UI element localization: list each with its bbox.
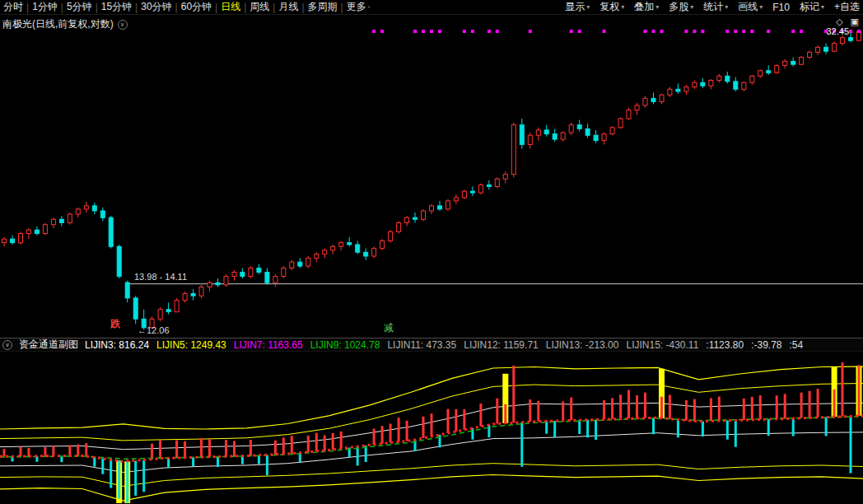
event-mark (701, 30, 704, 33)
money-bar (315, 433, 318, 451)
event-mark (570, 30, 573, 33)
money-bar (825, 417, 828, 436)
period-item-2[interactable]: 1分钟 (32, 0, 58, 14)
event-mark (487, 30, 491, 33)
money-bar (192, 458, 194, 467)
candle-body (100, 211, 105, 217)
money-bar (809, 391, 811, 418)
indicator-chart-canvas[interactable] (0, 352, 863, 504)
money-bar (184, 441, 186, 458)
event-mark (603, 30, 606, 33)
period-item-3[interactable]: 5分钟 (67, 0, 92, 14)
money-bar (217, 457, 219, 467)
money-bar (677, 420, 679, 438)
caret-down-icon: ▾ (621, 3, 624, 11)
candle-body (618, 119, 623, 128)
candle-body (413, 217, 418, 219)
toolbar-separator: | (175, 2, 178, 13)
money-bar (710, 399, 712, 422)
tool-item-7[interactable]: F10 (772, 2, 790, 13)
money-bar (340, 432, 343, 449)
candle-body (462, 191, 466, 198)
money-bar (406, 421, 408, 441)
period-item-11[interactable]: 更多› (347, 0, 371, 14)
tool-item-4[interactable]: 多股▾ (669, 0, 693, 14)
period-item-7[interactable]: 日线 (221, 0, 240, 14)
indicator-sub-chart[interactable] (0, 352, 863, 504)
candle-body (478, 185, 483, 194)
candle-body (849, 38, 853, 41)
toolbar-separator: | (96, 2, 98, 13)
period-item-5[interactable]: 30分钟 (141, 0, 171, 14)
money-bar (792, 418, 795, 436)
period-item-4[interactable]: 15分钟 (101, 0, 132, 14)
tools-menu: 显示▾复权▾叠加▾多股▾统计▾画线▾F10标记▾+自选 (555, 0, 860, 14)
period-item-8[interactable]: 周线 (250, 0, 269, 14)
candle-body (232, 273, 236, 277)
candle-body (331, 246, 335, 250)
event-mark (438, 30, 441, 33)
candle-body (282, 268, 286, 277)
tool-item-9[interactable]: +自选 (834, 0, 860, 14)
indicator-title[interactable]: 资金通道副图 (19, 338, 78, 352)
candle-body (438, 206, 442, 209)
money-bar (200, 438, 203, 457)
candle-body (59, 219, 63, 222)
candle-body (651, 98, 655, 101)
money-bar (842, 362, 844, 417)
period-item-6[interactable]: 60分钟 (181, 0, 212, 14)
money-bar (693, 399, 696, 422)
candle-body (709, 81, 713, 86)
tool-item-3[interactable]: 叠加▾ (634, 0, 659, 14)
candle-body (26, 230, 30, 233)
event-mark (422, 30, 425, 33)
candle-body (594, 135, 598, 140)
candle-body (240, 273, 245, 277)
money-bar (545, 421, 548, 433)
candle-body (356, 245, 360, 252)
panel-icon[interactable]: ▣ (851, 16, 859, 27)
money-bar (381, 426, 384, 444)
main-chart-canvas[interactable] (0, 15, 863, 338)
money-bar (487, 425, 490, 437)
candle-body (569, 125, 573, 133)
toolbar-separator: | (341, 2, 343, 13)
candle-body (668, 89, 672, 95)
event-mark (791, 30, 795, 33)
money-bar (726, 421, 729, 440)
tool-item-5[interactable]: 统计▾ (703, 0, 728, 14)
money-bar (603, 400, 605, 419)
candle-body (191, 294, 195, 296)
tool-item-1[interactable]: 显示▾ (565, 0, 590, 14)
tool-item-2[interactable]: 复权▾ (599, 0, 624, 14)
event-mark (430, 30, 433, 33)
event-mark (463, 30, 466, 33)
money-bar (586, 420, 589, 438)
money-bar (751, 397, 753, 420)
collapse-panel-icon[interactable]: ∨ (2, 340, 12, 350)
event-mark (380, 30, 384, 33)
candle-body (257, 268, 261, 273)
candle-body (68, 214, 72, 223)
money-bar (504, 404, 506, 423)
tool-item-8[interactable]: 标记▾ (800, 0, 824, 14)
period-item-9[interactable]: 月线 (278, 0, 298, 14)
money-bar (471, 428, 473, 440)
event-mark (471, 30, 474, 33)
money-bar (398, 418, 400, 441)
money-bar (817, 389, 819, 418)
tool-item-6[interactable]: 画线▾ (738, 0, 763, 14)
main-candlestick-chart[interactable]: 南极光(日线,前复权,对数) ∨ ◇ ▣ 32.45 13.98 - 14.11… (0, 15, 863, 338)
caret-down-icon: ▾ (759, 3, 763, 11)
money-bar (660, 397, 663, 418)
caret-down-icon: ▾ (821, 3, 824, 11)
money-bar (529, 399, 531, 422)
candle-body (841, 38, 845, 44)
chart-title: 南极光(日线,前复权,对数) ∨ (2, 17, 128, 31)
period-item-10[interactable]: 多周期 (308, 0, 338, 14)
chevron-down-icon[interactable]: ∨ (118, 20, 128, 30)
period-item-1[interactable]: 分时 (3, 0, 23, 14)
indicator-header: ∨ 资金通道副图 LIJIN3: 816.24LIJIN5: 1249.43LI… (0, 338, 863, 352)
toolbar-separator: | (26, 2, 29, 13)
candle-body (602, 134, 606, 141)
